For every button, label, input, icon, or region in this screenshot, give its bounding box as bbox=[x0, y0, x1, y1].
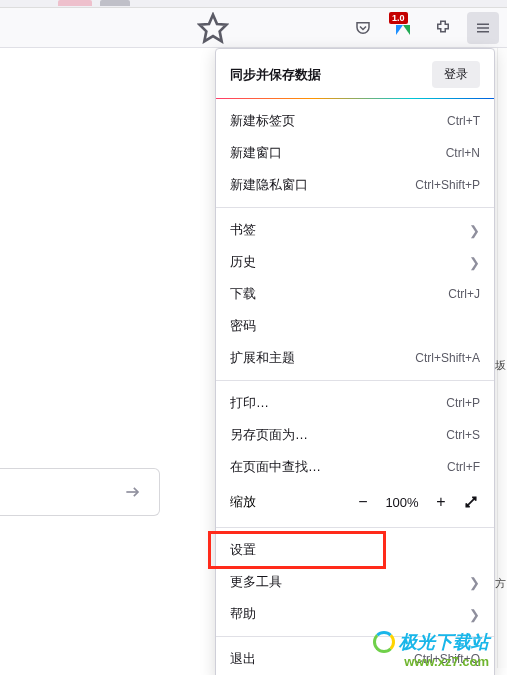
zoom-value: 100% bbox=[380, 495, 424, 510]
tab-strip bbox=[0, 0, 507, 8]
menu-save-page-as[interactable]: 另存页面为… Ctrl+S bbox=[216, 419, 494, 451]
menu-item-shortcut: Ctrl+P bbox=[446, 396, 480, 410]
menu-item-label: 历史 bbox=[230, 253, 256, 271]
background-text: 坂 bbox=[495, 358, 506, 373]
menu-item-label: 新建窗口 bbox=[230, 144, 282, 162]
menu-item-shortcut: Ctrl+N bbox=[446, 146, 480, 160]
menu-item-shortcut: Ctrl+T bbox=[447, 114, 480, 128]
zoom-label: 缩放 bbox=[230, 493, 346, 511]
menu-find-in-page[interactable]: 在页面中查找… Ctrl+F bbox=[216, 451, 494, 483]
menu-item-label: 更多工具 bbox=[230, 573, 282, 591]
menu-new-tab[interactable]: 新建标签页 Ctrl+T bbox=[216, 105, 494, 137]
menu-item-shortcut: Ctrl+Shift+P bbox=[415, 178, 480, 192]
app-menu-panel: 同步并保存数据 登录 新建标签页 Ctrl+T 新建窗口 Ctrl+N 新建隐私… bbox=[215, 48, 495, 675]
menu-sync-header: 同步并保存数据 登录 bbox=[216, 49, 494, 98]
tab-indicator bbox=[58, 0, 92, 6]
menu-item-label: 密码 bbox=[230, 317, 256, 335]
menu-item-shortcut: Ctrl+Shift+A bbox=[415, 351, 480, 365]
fullscreen-icon bbox=[464, 495, 478, 509]
extension-flag-button[interactable]: 1.0 bbox=[387, 12, 419, 44]
tab-indicator bbox=[100, 0, 130, 6]
menu-item-label: 在页面中查找… bbox=[230, 458, 321, 476]
menu-item-label: 下载 bbox=[230, 285, 256, 303]
menu-print[interactable]: 打印… Ctrl+P bbox=[216, 387, 494, 419]
chevron-right-icon: ❯ bbox=[469, 575, 480, 590]
menu-new-window[interactable]: 新建窗口 Ctrl+N bbox=[216, 137, 494, 169]
background-text: 方 bbox=[495, 576, 506, 591]
menu-passwords[interactable]: 密码 bbox=[216, 310, 494, 342]
extension-badge: 1.0 bbox=[389, 12, 408, 24]
login-button[interactable]: 登录 bbox=[432, 61, 480, 88]
fullscreen-button[interactable] bbox=[458, 489, 484, 515]
pocket-button[interactable] bbox=[347, 12, 379, 44]
menu-item-label: 书签 bbox=[230, 221, 256, 239]
window-right-edge: 坂 方 bbox=[497, 48, 507, 668]
menu-help[interactable]: 帮助 ❯ bbox=[216, 598, 494, 630]
page-content bbox=[0, 48, 165, 648]
flag-icon bbox=[396, 25, 410, 35]
sync-title: 同步并保存数据 bbox=[230, 66, 321, 84]
menu-item-label: 新建标签页 bbox=[230, 112, 295, 130]
menu-more-tools[interactable]: 更多工具 ❯ bbox=[216, 566, 494, 598]
zoom-in-button[interactable]: + bbox=[428, 489, 454, 515]
menu-item-label: 帮助 bbox=[230, 605, 256, 623]
separator bbox=[216, 636, 494, 637]
menu-item-label: 退出 bbox=[230, 650, 256, 668]
menu-zoom-row: 缩放 − 100% + bbox=[216, 483, 494, 521]
browser-toolbar: 1.0 bbox=[0, 8, 507, 48]
menu-item-shortcut: Ctrl+F bbox=[447, 460, 480, 474]
menu-history[interactable]: 历史 ❯ bbox=[216, 246, 494, 278]
menu-downloads[interactable]: 下载 Ctrl+J bbox=[216, 278, 494, 310]
search-box-stub[interactable] bbox=[0, 468, 160, 516]
separator bbox=[216, 207, 494, 208]
menu-item-label: 另存页面为… bbox=[230, 426, 308, 444]
menu-item-shortcut: Ctrl+Shift+Q bbox=[414, 652, 480, 666]
gradient-separator bbox=[216, 98, 494, 99]
menu-quit[interactable]: 退出 Ctrl+Shift+Q bbox=[216, 643, 494, 675]
bookmark-star-button[interactable] bbox=[197, 12, 229, 44]
menu-new-private-window[interactable]: 新建隐私窗口 Ctrl+Shift+P bbox=[216, 169, 494, 201]
menu-settings[interactable]: 设置 bbox=[216, 534, 494, 566]
menu-item-label: 新建隐私窗口 bbox=[230, 176, 308, 194]
app-menu-button[interactable] bbox=[467, 12, 499, 44]
menu-bookmarks[interactable]: 书签 ❯ bbox=[216, 214, 494, 246]
menu-item-shortcut: Ctrl+J bbox=[448, 287, 480, 301]
chevron-right-icon: ❯ bbox=[469, 223, 480, 238]
separator bbox=[216, 527, 494, 528]
menu-item-shortcut: Ctrl+S bbox=[446, 428, 480, 442]
chevron-right-icon: ❯ bbox=[469, 255, 480, 270]
zoom-out-button[interactable]: − bbox=[350, 489, 376, 515]
menu-addons[interactable]: 扩展和主题 Ctrl+Shift+A bbox=[216, 342, 494, 374]
svg-marker-0 bbox=[200, 14, 227, 41]
arrow-right-icon bbox=[123, 482, 143, 502]
extensions-button[interactable] bbox=[427, 12, 459, 44]
menu-item-label: 打印… bbox=[230, 394, 269, 412]
menu-item-label: 设置 bbox=[230, 541, 256, 559]
menu-item-label: 扩展和主题 bbox=[230, 349, 295, 367]
separator bbox=[216, 380, 494, 381]
chevron-right-icon: ❯ bbox=[469, 607, 480, 622]
